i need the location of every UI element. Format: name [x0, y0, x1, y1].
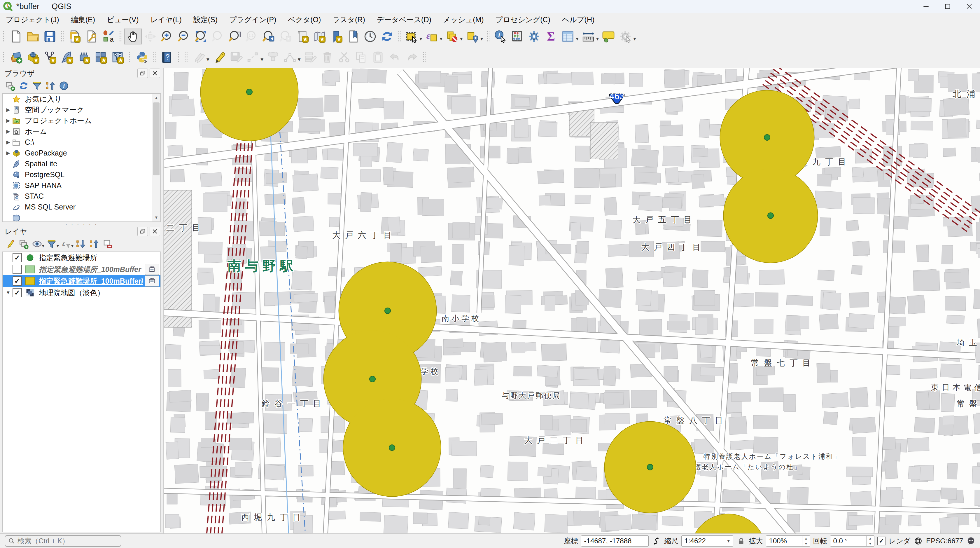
map-tips-button[interactable] — [600, 28, 617, 45]
rotation-spinbox[interactable]: 0.0 ° ▲▼ — [830, 535, 874, 546]
coord-input[interactable]: -14687, -17888 — [581, 535, 649, 546]
select-by-expression-dropdown-arrow[interactable]: ▾ — [440, 35, 443, 42]
bookmark-manager-button[interactable] — [328, 28, 345, 45]
collapse-all-layers-button[interactable] — [88, 237, 101, 250]
select-features-dropdown-arrow[interactable]: ▾ — [419, 35, 422, 42]
menu-o[interactable]: ベクタ(O) — [282, 13, 327, 26]
browser-item-お気に入り[interactable]: お気に入り — [3, 94, 161, 105]
close-button[interactable] — [958, 0, 980, 13]
render-checkbox[interactable]: ✓ — [877, 537, 886, 545]
scroll-down-arrow[interactable]: ▼ — [152, 213, 161, 221]
layer-visibility-dropdown-arrow[interactable]: ▾ — [42, 243, 45, 249]
menu-d[interactable]: データベース(D) — [371, 13, 437, 26]
field-calculator-button[interactable] — [509, 28, 526, 45]
new-print-layout-button[interactable] — [66, 28, 83, 45]
scroll-thumb[interactable] — [153, 102, 159, 175]
new-geopackage-layer-button[interactable] — [24, 49, 41, 66]
menu-s[interactable]: 設定(S) — [188, 13, 223, 26]
help-contents-button[interactable]: ? — [158, 49, 175, 66]
layer-row[interactable]: ✓指定緊急避難場所_100mBuffer融合 — [3, 275, 161, 287]
pan-map-button[interactable] — [124, 28, 142, 45]
minimize-button[interactable] — [915, 0, 937, 13]
expand-arrow-icon[interactable]: ▶ — [5, 139, 12, 145]
show-spatial-bookmarks-button[interactable] — [311, 28, 328, 45]
layer-expand-arrow[interactable]: ▼ — [4, 290, 13, 295]
scale-dropdown-arrow[interactable]: ▼ — [724, 536, 733, 546]
filter-expression-dropdown-arrow[interactable]: ▾ — [71, 243, 73, 249]
scale-combobox[interactable]: 1:4622 ▼ — [681, 535, 733, 546]
properties-info-button[interactable]: i — [57, 80, 71, 92]
zoom-to-layer-button[interactable] — [226, 28, 243, 45]
add-group-button[interactable] — [17, 237, 30, 250]
filter-browser-button[interactable] — [30, 80, 44, 92]
browser-close-button[interactable] — [150, 68, 160, 78]
layers-close-button[interactable] — [150, 227, 160, 236]
collapse-all-button[interactable] — [44, 80, 57, 92]
maximize-button[interactable] — [937, 0, 958, 13]
messages-icon[interactable] — [966, 536, 976, 546]
rotation-down[interactable]: ▼ — [867, 541, 874, 546]
layer-row[interactable]: ✓指定緊急避難場所 — [3, 252, 161, 263]
zoom-out-button[interactable] — [176, 28, 192, 45]
menu-l[interactable]: レイヤ(L) — [145, 13, 188, 26]
layer-row[interactable]: ▼✓地理院地図（淡色） — [3, 287, 161, 298]
identify-features-button[interactable]: i — [492, 28, 509, 45]
expand-arrow-icon[interactable]: ▶ — [5, 107, 12, 113]
crs-globe-icon[interactable] — [913, 536, 923, 546]
extents-tracking-icon[interactable] — [652, 536, 662, 546]
menu-j[interactable]: プロジェクト(J) — [0, 13, 65, 26]
layer-visibility-checkbox[interactable]: ✓ — [13, 253, 22, 262]
memory-layer-indicator-icon[interactable] — [145, 276, 159, 287]
measure-button[interactable] — [580, 28, 597, 45]
lock-scale-icon[interactable] — [736, 536, 746, 546]
zoom-full-button[interactable] — [192, 28, 209, 45]
rotation-up[interactable]: ▲ — [867, 536, 874, 541]
python-console-button[interactable] — [134, 49, 151, 66]
deselect-features-button[interactable] — [444, 28, 461, 45]
refresh-browser-button[interactable] — [17, 80, 30, 92]
temporal-controller-button[interactable] — [362, 28, 379, 45]
new-mesh-layer-button[interactable] — [75, 49, 92, 66]
browser-item-MS SQL Server[interactable]: MS SQL Server — [3, 202, 161, 212]
browser-item-STAC[interactable]: STAC — [3, 191, 161, 202]
add-selected-layer-button[interactable] — [3, 80, 17, 92]
expand-all-button[interactable] — [74, 237, 88, 250]
new-virtual-layer-button[interactable] — [109, 49, 126, 66]
zoom-in-button[interactable] — [159, 28, 176, 45]
layers-float-button[interactable] — [137, 227, 148, 236]
select-features-button[interactable] — [403, 28, 420, 45]
refresh-map-button[interactable] — [379, 28, 396, 45]
menu-r[interactable]: ラスタ(R) — [327, 13, 371, 26]
browser-item-GeoPackage[interactable]: ▶GeoPackage — [3, 148, 161, 158]
browser-item-C:\[interactable]: ▶C:\ — [3, 137, 161, 148]
browser-item[interactable] — [3, 212, 161, 222]
browser-item-SAP HANA[interactable]: SAP HANA — [3, 180, 161, 191]
layer-visibility-checkbox[interactable]: ✓ — [13, 288, 22, 297]
statistical-summary-button[interactable]: Σ — [542, 28, 559, 45]
remove-layer-button[interactable] — [101, 237, 115, 250]
menu-c[interactable]: プロセシング(C) — [490, 13, 556, 26]
magnifier-up[interactable]: ▲ — [802, 536, 810, 541]
open-project-button[interactable] — [24, 28, 41, 45]
layer-visibility-checkbox[interactable] — [13, 264, 22, 274]
expand-arrow-icon[interactable]: ▶ — [5, 128, 12, 134]
browser-item-空間ブックマーク[interactable]: ▶空間ブックマーク — [3, 105, 161, 115]
expand-arrow-icon[interactable]: ▶ — [5, 150, 12, 156]
select-by-location-dropdown-arrow[interactable]: ▾ — [480, 35, 483, 42]
run-feature-action-dropdown-arrow[interactable]: ▾ — [633, 35, 636, 42]
browser-scrollbar[interactable]: ▲ ▼ — [152, 94, 161, 221]
browser-float-button[interactable] — [137, 68, 148, 78]
panel-splitter[interactable]: · · · · · · — [0, 222, 163, 226]
menu-h[interactable]: ヘルプ(H) — [556, 13, 600, 26]
new-spatialite-layer-button[interactable] — [58, 49, 75, 66]
save-project-button[interactable] — [41, 28, 58, 45]
style-dock-button[interactable] — [3, 237, 17, 250]
attribute-table-button[interactable] — [559, 28, 576, 45]
menu-m[interactable]: メッシュ(M) — [437, 13, 490, 26]
toggle-editing-button[interactable] — [211, 49, 228, 66]
select-by-expression-button[interactable]: ε — [423, 28, 441, 45]
current-edits-dropdown-arrow[interactable]: ▾ — [207, 56, 209, 63]
zoom-last-button[interactable] — [260, 28, 277, 45]
browser-item-ホーム[interactable]: ▶ホーム — [3, 126, 161, 137]
layout-manager-button[interactable] — [83, 28, 100, 45]
